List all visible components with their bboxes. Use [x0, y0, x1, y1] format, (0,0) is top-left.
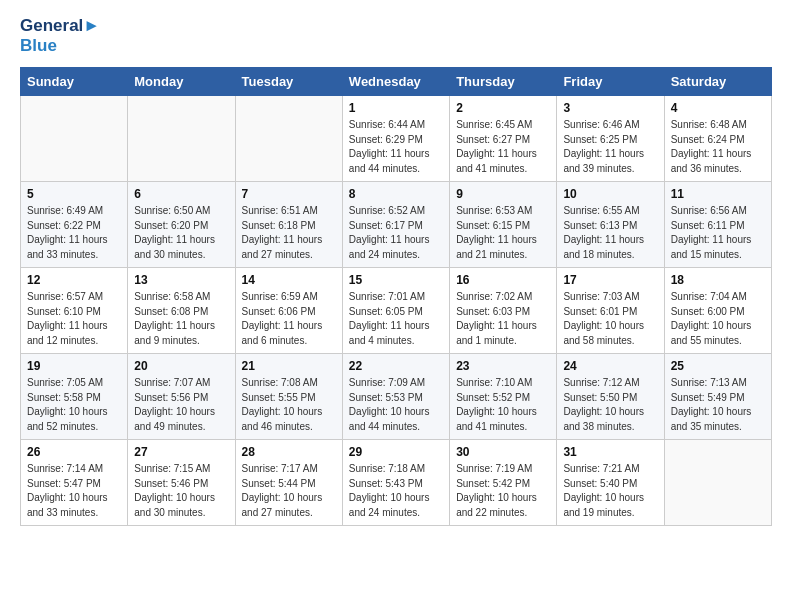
calendar-cell: 17Sunrise: 7:03 AM Sunset: 6:01 PM Dayli… [557, 268, 664, 354]
calendar-cell: 31Sunrise: 7:21 AM Sunset: 5:40 PM Dayli… [557, 440, 664, 526]
day-info: Sunrise: 7:03 AM Sunset: 6:01 PM Dayligh… [563, 290, 657, 348]
day-number: 19 [27, 359, 121, 373]
calendar-cell [128, 96, 235, 182]
day-number: 12 [27, 273, 121, 287]
calendar-cell: 25Sunrise: 7:13 AM Sunset: 5:49 PM Dayli… [664, 354, 771, 440]
calendar-cell: 21Sunrise: 7:08 AM Sunset: 5:55 PM Dayli… [235, 354, 342, 440]
day-number: 1 [349, 101, 443, 115]
weekday-thursday: Thursday [450, 68, 557, 96]
day-info: Sunrise: 7:19 AM Sunset: 5:42 PM Dayligh… [456, 462, 550, 520]
weekday-saturday: Saturday [664, 68, 771, 96]
day-info: Sunrise: 6:56 AM Sunset: 6:11 PM Dayligh… [671, 204, 765, 262]
day-info: Sunrise: 7:08 AM Sunset: 5:55 PM Dayligh… [242, 376, 336, 434]
weekday-tuesday: Tuesday [235, 68, 342, 96]
logo: General► Blue [20, 16, 100, 55]
calendar-cell: 4Sunrise: 6:48 AM Sunset: 6:24 PM Daylig… [664, 96, 771, 182]
day-number: 28 [242, 445, 336, 459]
calendar-cell [664, 440, 771, 526]
day-info: Sunrise: 6:59 AM Sunset: 6:06 PM Dayligh… [242, 290, 336, 348]
day-number: 10 [563, 187, 657, 201]
weekday-sunday: Sunday [21, 68, 128, 96]
weekday-header-row: SundayMondayTuesdayWednesdayThursdayFrid… [21, 68, 772, 96]
calendar-cell: 22Sunrise: 7:09 AM Sunset: 5:53 PM Dayli… [342, 354, 449, 440]
day-number: 3 [563, 101, 657, 115]
day-number: 22 [349, 359, 443, 373]
day-number: 15 [349, 273, 443, 287]
calendar-cell: 7Sunrise: 6:51 AM Sunset: 6:18 PM Daylig… [235, 182, 342, 268]
week-row-5: 26Sunrise: 7:14 AM Sunset: 5:47 PM Dayli… [21, 440, 772, 526]
day-number: 17 [563, 273, 657, 287]
header: General► Blue [20, 16, 772, 55]
calendar-cell [235, 96, 342, 182]
day-number: 2 [456, 101, 550, 115]
day-number: 13 [134, 273, 228, 287]
logo-line1: General► [20, 16, 100, 36]
day-number: 4 [671, 101, 765, 115]
calendar-cell: 16Sunrise: 7:02 AM Sunset: 6:03 PM Dayli… [450, 268, 557, 354]
day-info: Sunrise: 7:21 AM Sunset: 5:40 PM Dayligh… [563, 462, 657, 520]
day-info: Sunrise: 6:52 AM Sunset: 6:17 PM Dayligh… [349, 204, 443, 262]
calendar-cell: 9Sunrise: 6:53 AM Sunset: 6:15 PM Daylig… [450, 182, 557, 268]
calendar-cell: 6Sunrise: 6:50 AM Sunset: 6:20 PM Daylig… [128, 182, 235, 268]
day-number: 11 [671, 187, 765, 201]
day-info: Sunrise: 7:02 AM Sunset: 6:03 PM Dayligh… [456, 290, 550, 348]
page-container: General► Blue SundayMondayTuesdayWednesd… [0, 0, 792, 536]
day-info: Sunrise: 6:49 AM Sunset: 6:22 PM Dayligh… [27, 204, 121, 262]
day-number: 23 [456, 359, 550, 373]
day-info: Sunrise: 6:58 AM Sunset: 6:08 PM Dayligh… [134, 290, 228, 348]
day-info: Sunrise: 7:13 AM Sunset: 5:49 PM Dayligh… [671, 376, 765, 434]
calendar-cell: 15Sunrise: 7:01 AM Sunset: 6:05 PM Dayli… [342, 268, 449, 354]
day-number: 5 [27, 187, 121, 201]
day-number: 31 [563, 445, 657, 459]
day-info: Sunrise: 6:53 AM Sunset: 6:15 PM Dayligh… [456, 204, 550, 262]
day-number: 20 [134, 359, 228, 373]
day-number: 9 [456, 187, 550, 201]
day-number: 25 [671, 359, 765, 373]
calendar-cell: 30Sunrise: 7:19 AM Sunset: 5:42 PM Dayli… [450, 440, 557, 526]
day-info: Sunrise: 6:55 AM Sunset: 6:13 PM Dayligh… [563, 204, 657, 262]
calendar-cell: 8Sunrise: 6:52 AM Sunset: 6:17 PM Daylig… [342, 182, 449, 268]
calendar-cell: 1Sunrise: 6:44 AM Sunset: 6:29 PM Daylig… [342, 96, 449, 182]
day-info: Sunrise: 6:44 AM Sunset: 6:29 PM Dayligh… [349, 118, 443, 176]
day-info: Sunrise: 7:18 AM Sunset: 5:43 PM Dayligh… [349, 462, 443, 520]
day-info: Sunrise: 7:01 AM Sunset: 6:05 PM Dayligh… [349, 290, 443, 348]
day-number: 29 [349, 445, 443, 459]
calendar-cell: 23Sunrise: 7:10 AM Sunset: 5:52 PM Dayli… [450, 354, 557, 440]
calendar-cell: 2Sunrise: 6:45 AM Sunset: 6:27 PM Daylig… [450, 96, 557, 182]
calendar-cell: 10Sunrise: 6:55 AM Sunset: 6:13 PM Dayli… [557, 182, 664, 268]
day-number: 18 [671, 273, 765, 287]
day-number: 6 [134, 187, 228, 201]
weekday-friday: Friday [557, 68, 664, 96]
calendar-cell: 11Sunrise: 6:56 AM Sunset: 6:11 PM Dayli… [664, 182, 771, 268]
calendar-table: SundayMondayTuesdayWednesdayThursdayFrid… [20, 67, 772, 526]
day-number: 24 [563, 359, 657, 373]
day-info: Sunrise: 7:04 AM Sunset: 6:00 PM Dayligh… [671, 290, 765, 348]
calendar-cell: 18Sunrise: 7:04 AM Sunset: 6:00 PM Dayli… [664, 268, 771, 354]
calendar-cell: 24Sunrise: 7:12 AM Sunset: 5:50 PM Dayli… [557, 354, 664, 440]
calendar-cell: 29Sunrise: 7:18 AM Sunset: 5:43 PM Dayli… [342, 440, 449, 526]
day-number: 21 [242, 359, 336, 373]
calendar-cell: 3Sunrise: 6:46 AM Sunset: 6:25 PM Daylig… [557, 96, 664, 182]
day-number: 16 [456, 273, 550, 287]
day-info: Sunrise: 7:17 AM Sunset: 5:44 PM Dayligh… [242, 462, 336, 520]
calendar-cell: 13Sunrise: 6:58 AM Sunset: 6:08 PM Dayli… [128, 268, 235, 354]
day-info: Sunrise: 6:57 AM Sunset: 6:10 PM Dayligh… [27, 290, 121, 348]
calendar-cell: 28Sunrise: 7:17 AM Sunset: 5:44 PM Dayli… [235, 440, 342, 526]
calendar-cell: 5Sunrise: 6:49 AM Sunset: 6:22 PM Daylig… [21, 182, 128, 268]
day-info: Sunrise: 7:10 AM Sunset: 5:52 PM Dayligh… [456, 376, 550, 434]
calendar-cell: 26Sunrise: 7:14 AM Sunset: 5:47 PM Dayli… [21, 440, 128, 526]
day-number: 26 [27, 445, 121, 459]
weekday-wednesday: Wednesday [342, 68, 449, 96]
day-number: 27 [134, 445, 228, 459]
day-info: Sunrise: 6:46 AM Sunset: 6:25 PM Dayligh… [563, 118, 657, 176]
day-info: Sunrise: 7:12 AM Sunset: 5:50 PM Dayligh… [563, 376, 657, 434]
weekday-monday: Monday [128, 68, 235, 96]
day-info: Sunrise: 6:48 AM Sunset: 6:24 PM Dayligh… [671, 118, 765, 176]
day-info: Sunrise: 6:50 AM Sunset: 6:20 PM Dayligh… [134, 204, 228, 262]
week-row-2: 5Sunrise: 6:49 AM Sunset: 6:22 PM Daylig… [21, 182, 772, 268]
day-info: Sunrise: 7:09 AM Sunset: 5:53 PM Dayligh… [349, 376, 443, 434]
calendar-cell: 27Sunrise: 7:15 AM Sunset: 5:46 PM Dayli… [128, 440, 235, 526]
day-number: 30 [456, 445, 550, 459]
logo-line2: Blue [20, 36, 100, 56]
day-info: Sunrise: 7:14 AM Sunset: 5:47 PM Dayligh… [27, 462, 121, 520]
